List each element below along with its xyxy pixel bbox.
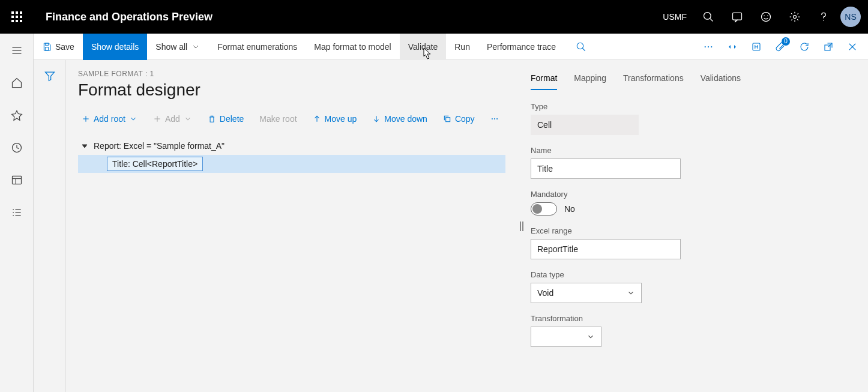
svg-point-35 — [708, 46, 709, 47]
svg-point-13 — [764, 16, 765, 17]
home-icon[interactable] — [6, 72, 28, 94]
svg-point-16 — [823, 20, 824, 21]
tree-root-label: Report: Excel = "Sample format_A" — [94, 141, 225, 151]
popout-icon[interactable] — [818, 36, 839, 58]
favorites-icon[interactable] — [6, 104, 28, 126]
data-type-label: Data type — [531, 270, 854, 279]
chevron-down-icon — [191, 42, 200, 52]
top-header: Finance and Operations Preview USMF NS — [0, 0, 868, 34]
close-icon[interactable] — [842, 36, 863, 58]
svg-point-34 — [705, 46, 706, 47]
svg-rect-30 — [45, 43, 48, 45]
validate-button[interactable]: Validate — [400, 34, 447, 60]
svg-rect-4 — [16, 16, 18, 18]
svg-rect-6 — [11, 20, 14, 22]
format-enumerations-button[interactable]: Format enumerations — [209, 34, 306, 60]
move-up-button[interactable]: Move up — [309, 112, 361, 126]
modules-icon[interactable] — [6, 202, 28, 223]
make-root-button: Make root — [256, 112, 300, 126]
svg-point-32 — [577, 43, 583, 49]
feedback-icon[interactable] — [752, 0, 780, 34]
tree-overflow-icon[interactable] — [487, 112, 502, 125]
properties-panel: Format Mapping Transformations Validatio… — [526, 60, 868, 392]
recent-icon[interactable] — [6, 137, 28, 158]
overflow-icon[interactable] — [698, 36, 719, 58]
svg-rect-7 — [16, 20, 18, 22]
svg-rect-31 — [45, 47, 48, 50]
show-details-button[interactable]: Show details — [83, 34, 147, 60]
mandatory-value: No — [564, 204, 575, 214]
tab-validations[interactable]: Validations — [701, 70, 741, 90]
svg-point-51 — [496, 118, 498, 119]
map-format-label: Map format to model — [314, 42, 391, 52]
tree-toolbar: Add root Add Delete Make root — [78, 112, 505, 126]
type-label: Type — [531, 102, 854, 111]
copy-label: Copy — [455, 114, 475, 124]
move-down-label: Move down — [384, 114, 427, 124]
svg-rect-8 — [20, 20, 22, 22]
mandatory-toggle[interactable] — [531, 202, 557, 216]
svg-rect-3 — [11, 16, 14, 18]
hamburger-icon[interactable] — [6, 40, 28, 61]
chevron-down-icon — [129, 115, 137, 123]
svg-rect-0 — [11, 11, 14, 14]
app-title: Finance and Operations Preview — [34, 11, 212, 23]
app-launcher-icon[interactable] — [0, 0, 34, 34]
delete-label: Delete — [220, 114, 244, 124]
search-icon[interactable] — [694, 0, 723, 34]
splitter-handle[interactable] — [517, 60, 526, 392]
data-type-select[interactable]: Void — [531, 283, 642, 303]
name-field[interactable] — [531, 158, 681, 179]
svg-point-49 — [491, 118, 492, 119]
collapse-icon[interactable] — [82, 143, 88, 149]
transformation-select[interactable] — [531, 327, 601, 347]
delete-button[interactable]: Delete — [204, 112, 247, 126]
refresh-icon[interactable] — [794, 36, 815, 58]
svg-point-14 — [767, 16, 768, 17]
add-label: Add — [165, 114, 180, 124]
svg-point-50 — [494, 118, 495, 119]
move-down-button[interactable]: Move down — [369, 112, 431, 126]
svg-point-15 — [794, 16, 797, 19]
data-type-value: Void — [537, 288, 553, 298]
tab-mapping[interactable]: Mapping — [574, 70, 606, 90]
add-root-button[interactable]: Add root — [78, 112, 141, 126]
copy-button[interactable]: Copy — [439, 112, 478, 126]
company-code[interactable]: USMF — [656, 12, 694, 22]
filter-icon[interactable] — [44, 70, 56, 392]
toolbar-search-icon[interactable] — [570, 36, 592, 58]
chat-icon[interactable] — [723, 0, 752, 34]
options-icon[interactable] — [722, 36, 743, 58]
save-button[interactable]: Save — [34, 34, 83, 60]
svg-point-36 — [711, 46, 712, 47]
svg-point-12 — [762, 13, 771, 22]
office-icon[interactable] — [746, 36, 767, 58]
tree-child-label: Title: Cell<ReportTitle> — [107, 157, 203, 171]
tab-transformations[interactable]: Transformations — [623, 70, 684, 90]
excel-range-field[interactable] — [531, 239, 681, 259]
content-area: SAMPLE FORMAT : 1 Format designer Add ro… — [34, 60, 868, 392]
settings-icon[interactable] — [780, 0, 809, 34]
add-root-label: Add root — [94, 114, 125, 124]
show-all-button[interactable]: Show all — [147, 34, 209, 60]
mandatory-label: Mandatory — [531, 190, 854, 199]
breadcrumb: SAMPLE FORMAT : 1 — [78, 70, 505, 78]
left-nav-rail — [0, 34, 34, 392]
help-icon[interactable] — [809, 0, 838, 34]
chevron-down-icon — [586, 333, 595, 341]
attachments-icon[interactable]: 0 — [770, 36, 791, 58]
svg-rect-11 — [733, 13, 742, 20]
tree-root-row[interactable]: Report: Excel = "Sample format_A" — [78, 137, 505, 155]
workspaces-icon[interactable] — [6, 169, 28, 191]
filter-column — [34, 60, 66, 392]
avatar[interactable]: NS — [840, 7, 861, 27]
map-format-button[interactable]: Map format to model — [306, 34, 399, 60]
svg-rect-2 — [20, 11, 22, 14]
tab-format[interactable]: Format — [531, 70, 557, 90]
run-button[interactable]: Run — [446, 34, 478, 60]
performance-trace-button[interactable]: Performance trace — [478, 34, 564, 60]
type-value: Cell — [531, 115, 639, 135]
tree-child-row[interactable]: Title: Cell<ReportTitle> — [78, 155, 505, 173]
svg-line-10 — [710, 19, 713, 22]
run-label: Run — [454, 42, 470, 52]
